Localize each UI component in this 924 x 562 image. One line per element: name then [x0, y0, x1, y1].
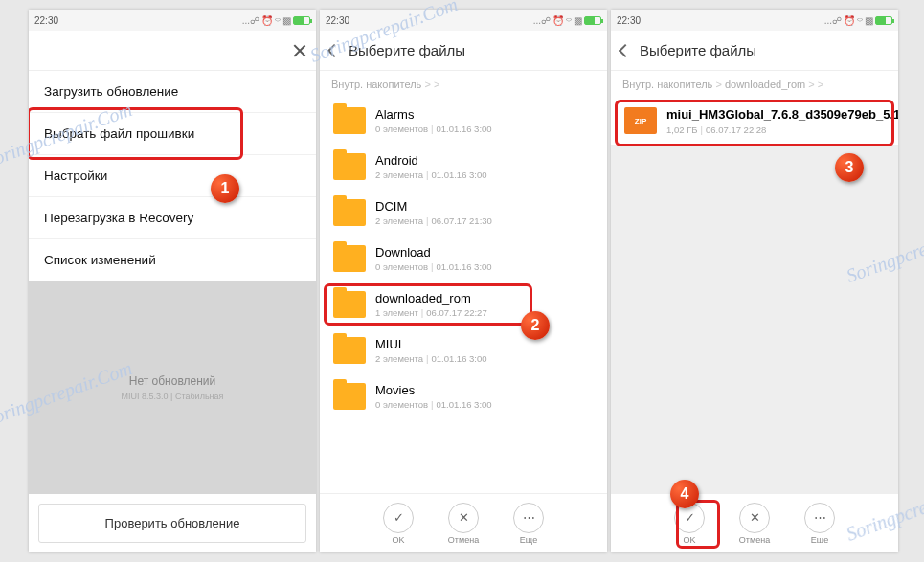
menu-reboot-recovery[interactable]: Перезагрузка в Recovery — [29, 197, 316, 239]
dots-icon: ⋯ — [804, 503, 835, 533]
status-icons: ...☍ ⏰ ⌔ ▩ — [242, 15, 310, 26]
folder-alarms[interactable]: Alarms 0 элементов|01.01.16 3:00 — [320, 98, 607, 144]
folder-icon — [333, 337, 366, 364]
battery-icon — [584, 16, 601, 25]
folder-text: Movies 0 элементов|01.01.16 3:00 — [375, 383, 594, 410]
breadcrumb[interactable]: Внутр. накопитель downloaded_rom > — [611, 71, 898, 98]
folder-text: Alarms 0 элементов|01.01.16 3:00 — [375, 107, 594, 134]
status-bar: 22:30 ...☍ ⏰ ⌔ ▩ — [29, 10, 316, 31]
menu-label: Выбрать файл прошивки — [44, 126, 194, 141]
folder-name: MIUI — [375, 337, 594, 351]
title-text: Выберите файлы — [640, 42, 756, 58]
action-label: Отмена — [448, 535, 479, 545]
battery-icon — [875, 16, 892, 25]
folder-text: Android 2 элемента|01.01.16 3:00 — [375, 153, 594, 180]
folder-icon — [333, 383, 366, 410]
title-bar: Выберите файлы — [611, 31, 898, 71]
cell-icon: ▩ — [282, 15, 291, 26]
folder-android[interactable]: Android 2 элемента|01.01.16 3:00 — [320, 144, 607, 190]
file-text: miui_HM3Global_7.6.8_d3509e79eb_5.1.zip … — [666, 107, 898, 135]
bottom-actions: ✓ OK ✕ Отмена ⋯ Еще — [320, 493, 607, 552]
wifi-icon: ⌔ — [566, 15, 572, 26]
cell-icon: ▩ — [865, 15, 873, 26]
status-time: 22:30 — [34, 15, 58, 26]
folder-meta: 1 элемент|06.07.17 22:27 — [375, 307, 594, 318]
button-label: Проверить обновление — [105, 516, 240, 530]
x-icon: ✕ — [448, 503, 479, 533]
folder-name: downloaded_rom — [375, 291, 594, 305]
status-time: 22:30 — [617, 15, 641, 26]
file-picker-folders-screen: 22:30 ...☍ ⏰ ⌔ ▩ Выберите файлы Внутр. н… — [320, 10, 607, 552]
action-label: Отмена — [739, 535, 770, 545]
wifi-icon: ⌔ — [275, 15, 281, 26]
folder-meta: 0 элементов|01.01.16 3:00 — [375, 399, 594, 410]
folder-downloaded-rom[interactable]: downloaded_rom 1 элемент|06.07.17 22:27 — [320, 281, 607, 327]
status-bar: 22:30 ...☍ ⏰ ⌔ ▩ — [611, 10, 898, 31]
step-badge-1: 1 — [211, 174, 239, 203]
wifi-icon: ⌔ — [857, 15, 863, 26]
folder-text: downloaded_rom 1 элемент|06.07.17 22:27 — [375, 291, 594, 318]
check-icon: ✓ — [383, 503, 414, 533]
ok-button[interactable]: ✓ OK — [662, 503, 717, 545]
status-bar: 22:30 ...☍ ⏰ ⌔ ▩ — [320, 10, 607, 31]
folder-name: Alarms — [375, 107, 594, 122]
folder-meta: 0 элементов|01.01.16 3:00 — [375, 124, 594, 134]
back-icon[interactable] — [327, 43, 341, 56]
menu-settings[interactable]: Настройки — [29, 155, 316, 197]
title-bar — [29, 31, 316, 71]
more-button[interactable]: ⋯ Еще — [792, 503, 847, 545]
folder-meta: 0 элементов|01.01.16 3:00 — [375, 261, 594, 272]
folder-meta: 2 элемента|06.07.17 21:30 — [375, 215, 594, 226]
back-icon[interactable] — [619, 43, 632, 56]
folder-dcim[interactable]: DCIM 2 элемента|06.07.17 21:30 — [320, 190, 607, 236]
action-label: OK — [392, 535, 404, 545]
step-badge-3: 3 — [835, 153, 864, 182]
alarm-icon: ⏰ — [552, 15, 564, 26]
folder-icon — [333, 245, 366, 272]
folder-name: DCIM — [375, 199, 594, 214]
breadcrumb-root: Внутр. накопитель — [622, 79, 712, 90]
file-picker-files-screen: 22:30 ...☍ ⏰ ⌔ ▩ Выберите файлы Внутр. н… — [611, 10, 898, 552]
file-rom-zip[interactable]: ZIP miui_HM3Global_7.6.8_d3509e79eb_5.1.… — [611, 98, 898, 145]
cancel-button[interactable]: ✕ Отмена — [727, 503, 782, 545]
action-label: Еще — [520, 535, 537, 545]
folder-name: Download — [375, 245, 594, 259]
bottom-actions: ✓ OK ✕ Отмена ⋯ Еще — [611, 493, 898, 552]
action-label: Еще — [811, 535, 828, 545]
close-icon[interactable] — [291, 43, 306, 58]
folder-text: MIUI 2 элемента|01.01.16 3:00 — [375, 337, 594, 364]
folder-icon — [333, 153, 366, 180]
folder-icon — [333, 107, 366, 134]
menu-changelog[interactable]: Список изменений — [29, 239, 316, 281]
alarm-icon: ⏰ — [261, 15, 273, 26]
title-text: Выберите файлы — [349, 42, 465, 58]
dots-icon: ...☍ — [824, 15, 842, 26]
dots-icon: ...☍ — [533, 15, 551, 26]
status-icons: ...☍ ⏰ ⌔ ▩ — [533, 15, 601, 26]
file-name: miui_HM3Global_7.6.8_d3509e79eb_5.1.zip — [666, 107, 898, 123]
no-updates-panel: Нет обновлений MIUI 8.5.3.0 | Стабильная — [29, 281, 316, 494]
check-updates-button[interactable]: Проверить обновление — [38, 504, 306, 543]
menu-label: Перезагрузка в Recovery — [44, 211, 193, 225]
cancel-button[interactable]: ✕ Отмена — [436, 503, 491, 545]
title-bar: Выберите файлы — [320, 31, 607, 71]
folder-meta: 2 элемента|01.01.16 3:00 — [375, 353, 594, 364]
folder-icon — [333, 199, 366, 226]
more-button[interactable]: ⋯ Еще — [501, 503, 556, 545]
folder-movies[interactable]: Movies 0 элементов|01.01.16 3:00 — [320, 373, 607, 419]
update-settings-screen: 22:30 ...☍ ⏰ ⌔ ▩ Загрузить обновление Вы… — [29, 10, 316, 552]
folder-text: DCIM 2 элемента|06.07.17 21:30 — [375, 199, 594, 226]
folder-icon — [333, 291, 366, 318]
folder-miui[interactable]: MIUI 2 элемента|01.01.16 3:00 — [320, 327, 607, 373]
folder-meta: 2 элемента|01.01.16 3:00 — [375, 169, 594, 180]
ok-button[interactable]: ✓ OK — [371, 503, 426, 545]
menu-load-update[interactable]: Загрузить обновление — [29, 71, 316, 113]
status-icons: ...☍ ⏰ ⌔ ▩ — [824, 15, 892, 26]
menu-label: Загрузить обновление — [44, 84, 178, 99]
folder-download[interactable]: Download 0 элементов|01.01.16 3:00 — [320, 236, 607, 281]
breadcrumb[interactable]: Внутр. накопитель > — [320, 71, 607, 98]
file-meta: 1,02 ГБ|06.07.17 22:28 — [666, 124, 898, 135]
no-updates-text: Нет обновлений — [129, 374, 215, 388]
menu-choose-firmware[interactable]: Выбрать файл прошивки — [29, 113, 316, 155]
folder-name: Movies — [375, 383, 594, 397]
